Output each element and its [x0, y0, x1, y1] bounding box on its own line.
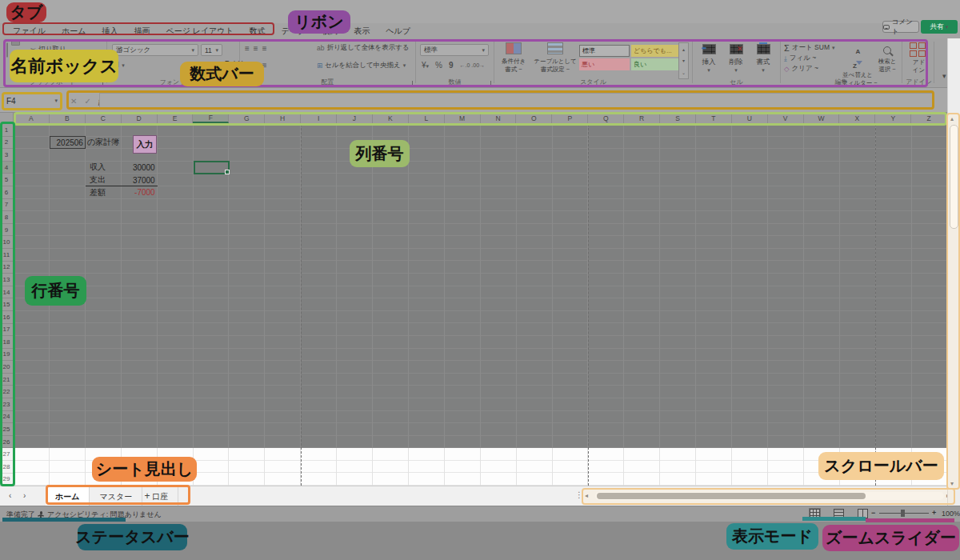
column-header[interactable]: M: [445, 113, 481, 123]
row-header[interactable]: 27: [0, 448, 14, 461]
cell-b2[interactable]: 202506: [50, 136, 86, 149]
ribbon-tab[interactable]: ページ レイアウト: [158, 26, 241, 37]
column-header[interactable]: E: [158, 113, 194, 123]
ribbon-tab[interactable]: 描画: [126, 26, 158, 37]
gallery-up-icon[interactable]: ▴: [682, 46, 685, 52]
row-header[interactable]: 25: [0, 423, 14, 436]
row-header[interactable]: 26: [0, 436, 14, 449]
cell-style-chip[interactable]: どちらでも...: [631, 45, 682, 57]
row-header[interactable]: 22: [0, 386, 14, 398]
column-header[interactable]: H: [265, 113, 301, 123]
column-header[interactable]: F: [193, 113, 229, 123]
row-header[interactable]: 28: [0, 461, 14, 474]
cell-style-chip[interactable]: 悪い: [579, 58, 630, 70]
cell-d6[interactable]: -7000: [122, 186, 158, 199]
cell-c6[interactable]: 差額: [90, 186, 106, 199]
row-header[interactable]: 20: [0, 361, 14, 374]
row-header[interactable]: 21: [0, 374, 14, 386]
sheet-tab[interactable]: ホーム: [46, 486, 90, 506]
conditional-format-button[interactable]: 条件付き 書式 ~: [496, 42, 531, 74]
column-header[interactable]: T: [696, 113, 732, 123]
column-header[interactable]: R: [624, 113, 660, 123]
row-header[interactable]: 4: [0, 162, 14, 174]
percent-button[interactable]: %: [435, 61, 442, 70]
column-header[interactable]: L: [409, 113, 445, 123]
column-header[interactable]: I: [301, 113, 337, 123]
paste-button[interactable]: [6, 43, 8, 58]
row-header[interactable]: 16: [0, 311, 14, 324]
confirm-entry-icon[interactable]: ✓: [84, 97, 90, 106]
column-header[interactable]: G: [229, 113, 265, 123]
horizontal-scrollbar-thumb[interactable]: [597, 493, 866, 499]
currency-button[interactable]: ¥▾: [422, 61, 429, 70]
merge-center-button[interactable]: ⊞ セルを結合して中央揃え ▾: [317, 61, 406, 70]
input-macro-button[interactable]: 入力: [133, 135, 157, 154]
row-header[interactable]: 1: [0, 124, 14, 137]
insert-cells-button[interactable]: 挿入 ▾: [696, 43, 722, 74]
row-header[interactable]: 19: [0, 349, 14, 362]
dialog-launcher-icon[interactable]: [408, 81, 413, 86]
row-header[interactable]: 3: [0, 149, 14, 162]
sheet-tab[interactable]: マスター: [90, 486, 142, 506]
gallery-down-icon[interactable]: ▾: [682, 58, 685, 63]
column-header[interactable]: K: [373, 113, 409, 123]
row-header[interactable]: 6: [0, 186, 14, 199]
column-header[interactable]: B: [50, 113, 86, 123]
hscroll-left-arrow[interactable]: ◂: [585, 492, 588, 499]
row-header[interactable]: 13: [0, 274, 14, 286]
cell-d4[interactable]: 30000: [122, 161, 158, 174]
ribbon-tab[interactable]: 表示: [346, 26, 378, 37]
cancel-entry-icon[interactable]: ✕: [70, 97, 77, 106]
ribbon-tab[interactable]: 数式: [242, 26, 274, 37]
vertical-align-buttons[interactable]: ≡≡≡: [245, 44, 271, 53]
wrap-text-button[interactable]: ab 折り返して全体を表示する: [317, 43, 410, 53]
next-sheet-button[interactable]: ›: [23, 491, 26, 500]
column-header[interactable]: Y: [875, 113, 911, 123]
number-format-select[interactable]: 標準▾: [420, 44, 489, 56]
row-header[interactable]: 11: [0, 249, 14, 262]
decimal-buttons[interactable]: ←.0 .00→: [460, 62, 486, 68]
row-header[interactable]: 12: [0, 262, 14, 274]
column-header[interactable]: O: [516, 113, 552, 123]
column-header[interactable]: S: [660, 113, 696, 123]
collapse-ribbon-button[interactable]: ▾: [942, 72, 946, 80]
cell-style-chip[interactable]: 良い: [631, 58, 682, 70]
column-header[interactable]: D: [122, 113, 158, 123]
fill-button[interactable]: ⤓ フィル ~: [784, 54, 816, 63]
vertical-scrollbar-thumb[interactable]: [950, 125, 958, 229]
comments-button[interactable]: コメント: [882, 21, 919, 33]
name-box[interactable]: F4 ▾: [2, 93, 62, 109]
dialog-launcher-icon[interactable]: [486, 81, 491, 86]
ribbon-tab[interactable]: 挿入: [94, 26, 126, 37]
vscroll-up-arrow[interactable]: ▴: [950, 115, 954, 122]
zoom-out-button[interactable]: −: [871, 509, 875, 517]
gallery-scroll[interactable]: ▴ ▾ ⌄: [678, 42, 689, 79]
row-header[interactable]: 9: [0, 224, 14, 237]
column-header[interactable]: P: [552, 113, 588, 123]
cell-c4[interactable]: 収入: [90, 161, 106, 174]
share-button[interactable]: 共有 ▾: [921, 20, 958, 34]
select-all-corner[interactable]: [0, 113, 14, 124]
zoom-slider-handle[interactable]: [901, 510, 905, 517]
comma-button[interactable]: 9: [449, 61, 454, 70]
row-header[interactable]: 8: [0, 211, 14, 224]
font-size-select[interactable]: 11▾: [201, 44, 222, 56]
column-header[interactable]: A: [14, 113, 50, 123]
cell-c5[interactable]: 支出: [90, 174, 106, 186]
column-header[interactable]: Q: [588, 113, 624, 123]
column-header[interactable]: W: [804, 113, 840, 123]
format-cells-button[interactable]: 書式 ▾: [750, 43, 776, 74]
row-header[interactable]: 23: [0, 398, 14, 411]
zoom-level[interactable]: 100%: [942, 510, 960, 518]
cell-style-chip[interactable]: 標準: [579, 45, 630, 57]
column-header[interactable]: C: [86, 113, 122, 123]
prev-sheet-button[interactable]: ‹: [9, 491, 11, 500]
column-header[interactable]: J: [337, 113, 373, 123]
selected-cell-f4[interactable]: [194, 161, 230, 174]
row-header[interactable]: 5: [0, 174, 14, 186]
ribbon-tab[interactable]: ホーム: [54, 26, 94, 37]
row-header[interactable]: 7: [0, 199, 14, 212]
column-header[interactable]: U: [732, 113, 768, 123]
row-header[interactable]: 18: [0, 336, 14, 349]
format-as-table-button[interactable]: テーブルとして 書式設定 ~: [533, 42, 578, 74]
